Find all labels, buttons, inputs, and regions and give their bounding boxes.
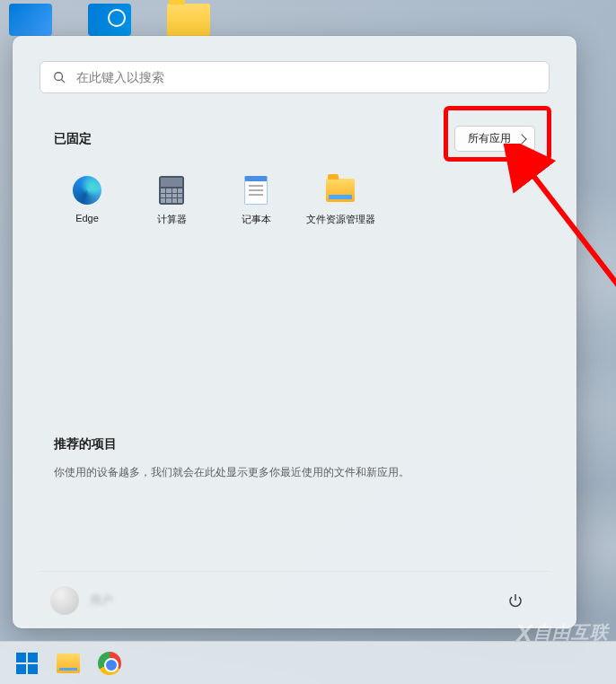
pinned-app-edge[interactable]: Edge: [45, 171, 129, 230]
taskbar-chrome[interactable]: [92, 645, 128, 681]
desktop-icons-row: [0, 4, 210, 36]
search-input[interactable]: [76, 70, 536, 84]
svg-point-0: [55, 73, 63, 81]
recommended-empty-text: 你使用的设备越多，我们就会在此处显示更多你最近使用的文件和新应用。: [54, 465, 535, 480]
desktop-icon-folder[interactable]: [167, 4, 210, 36]
desktop-icon-control-panel[interactable]: [88, 4, 131, 36]
all-apps-label: 所有应用: [468, 131, 511, 146]
edge-icon: [72, 175, 102, 206]
file-explorer-icon: [325, 175, 356, 206]
user-account-button[interactable]: 用户: [50, 586, 113, 615]
desktop-icon-generic[interactable]: [9, 4, 52, 36]
app-label: 文件资源管理器: [306, 213, 375, 226]
power-icon: [508, 593, 523, 608]
app-label: 计算器: [157, 213, 187, 226]
recommended-title: 推荐的项目: [54, 436, 535, 452]
taskbar: [0, 641, 616, 684]
pinned-app-file-explorer[interactable]: 文件资源管理器: [298, 171, 383, 230]
pinned-app-notepad[interactable]: 记事本: [214, 171, 298, 230]
chrome-icon: [98, 652, 121, 675]
search-box[interactable]: [40, 61, 550, 93]
avatar-icon: [50, 586, 79, 615]
all-apps-button[interactable]: 所有应用: [454, 126, 535, 152]
app-label: 记事本: [242, 213, 271, 226]
power-button[interactable]: [499, 584, 532, 617]
svg-line-1: [62, 80, 66, 83]
pinned-apps-grid: Edge 计算器 记事本 文件资源管理器: [40, 171, 550, 230]
folder-icon: [57, 653, 80, 673]
pinned-title: 已固定: [54, 131, 92, 147]
pinned-header: 已固定 所有应用: [40, 126, 550, 152]
notepad-icon: [241, 175, 271, 206]
start-menu: 已固定 所有应用 Edge 计算器 记事本 文件资源管理器 推荐的项目 你使用的…: [13, 36, 576, 628]
search-icon: [53, 71, 66, 83]
windows-logo-icon: [16, 653, 38, 674]
chevron-right-icon: [516, 134, 526, 144]
start-button[interactable]: [9, 645, 45, 681]
start-menu-footer: 用户: [40, 571, 550, 628]
username-label: 用户: [90, 592, 113, 609]
taskbar-file-explorer[interactable]: [50, 645, 86, 681]
recommended-section: 推荐的项目 你使用的设备越多，我们就会在此处显示更多你最近使用的文件和新应用。: [40, 436, 550, 480]
pinned-app-calculator[interactable]: 计算器: [129, 171, 214, 230]
app-label: Edge: [75, 213, 99, 224]
calculator-icon: [156, 175, 187, 206]
